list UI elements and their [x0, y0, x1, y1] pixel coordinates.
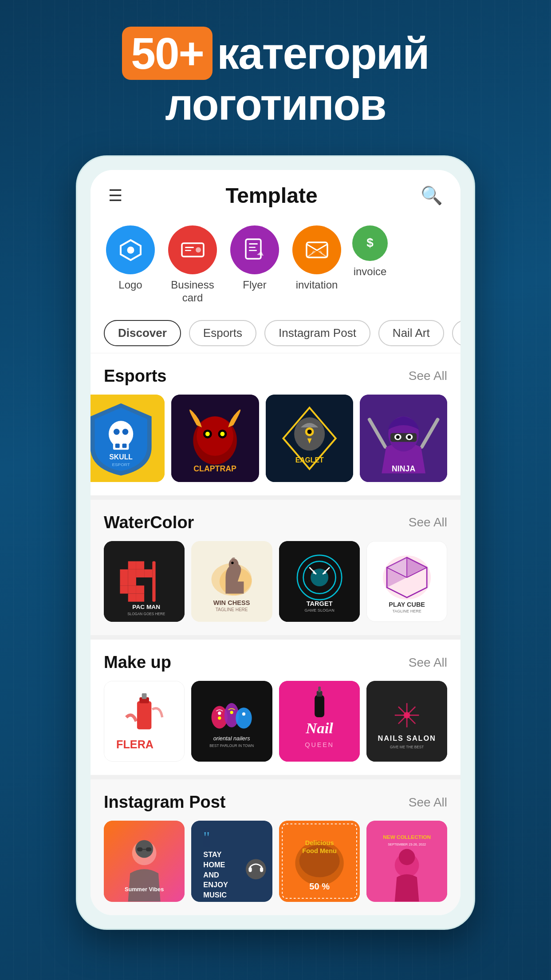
- mu-card-oriental[interactable]: oriental nailers BEST PARLOUR IN TOWN: [191, 681, 272, 762]
- app-header: ☰ Template 🔍: [91, 170, 460, 217]
- svg-text:FLERA: FLERA: [116, 739, 153, 751]
- instagram-see-all[interactable]: See All: [409, 795, 447, 810]
- wc-card-playcube[interactable]: PLAY CUBE TAGLINE HERE: [366, 541, 447, 622]
- ig-card-collection[interactable]: NEW COLLECTION SEPTEMBER 23-26, 2022: [366, 821, 447, 901]
- svg-rect-58: [136, 593, 144, 601]
- svg-rect-106: [315, 695, 324, 717]
- svg-rect-108: [318, 687, 320, 692]
- wc-card-target[interactable]: TARGET GAME SLOGAN: [279, 541, 360, 622]
- app-title: Template: [225, 183, 317, 208]
- esports-card-eaglet[interactable]: EAGLET: [266, 395, 353, 482]
- filter-instagram-post[interactable]: Instagram Post: [264, 320, 370, 346]
- makeup-section-header: Make up See All: [104, 653, 447, 672]
- category-invitation-icon: [292, 225, 341, 274]
- svg-point-99: [218, 711, 221, 715]
- filter-esports[interactable]: Esports: [189, 320, 256, 346]
- svg-text:Delicious: Delicious: [305, 839, 334, 846]
- instagram-section: Instagram Post See All: [91, 779, 460, 915]
- hero-section: 50+категорий логотипов: [0, 0, 551, 146]
- svg-rect-134: [249, 867, 252, 872]
- svg-rect-56: [136, 585, 144, 593]
- category-business-card[interactable]: Businesscard: [166, 225, 219, 304]
- svg-text:GAME SLOGAN: GAME SLOGAN: [304, 608, 334, 612]
- watercolor-section-header: WaterColor See All: [104, 513, 447, 532]
- svg-text:SKULL: SKULL: [109, 453, 133, 461]
- category-business-card-label: Businesscard: [171, 279, 214, 304]
- svg-text:Summer Vibes: Summer Vibes: [125, 886, 164, 893]
- svg-rect-50: [136, 569, 144, 577]
- hero-title: 50+категорий логотипов: [18, 27, 533, 129]
- svg-point-18: [122, 429, 129, 435]
- highlight-badge: 50+: [122, 27, 213, 80]
- svg-text:TAGLINE HERE: TAGLINE HERE: [392, 609, 421, 613]
- esports-card-claptrap[interactable]: CLAPTRAP: [171, 395, 259, 482]
- watercolor-see-all[interactable]: See All: [409, 515, 447, 530]
- svg-text:BEST PARLOUR IN TOWN: BEST PARLOUR IN TOWN: [209, 744, 254, 748]
- makeup-section: Make up See All: [91, 640, 460, 775]
- svg-text:Food Menu: Food Menu: [302, 847, 337, 854]
- divider-3: [91, 775, 460, 779]
- svg-rect-3: [185, 247, 194, 248]
- svg-text:TAGLINE HERE: TAGLINE HERE: [216, 607, 248, 612]
- svg-point-1: [127, 246, 134, 253]
- svg-text:CLAPTRAP: CLAPTRAP: [194, 464, 237, 473]
- menu-icon[interactable]: ☰: [108, 186, 122, 205]
- category-logo[interactable]: Logo: [104, 225, 157, 304]
- svg-text:NINJA: NINJA: [392, 464, 415, 473]
- filter-fashion[interactable]: Fashion: [452, 320, 460, 346]
- makeup-title: Make up: [104, 653, 171, 672]
- svg-rect-51: [144, 569, 152, 577]
- instagram-title: Instagram Post: [104, 793, 226, 812]
- divider-2: [91, 635, 460, 640]
- wc-card-pacman[interactable]: PAC MAN SLOGAN GOES HERE: [104, 541, 185, 622]
- svg-rect-47: [136, 561, 144, 569]
- svg-text:": ": [204, 829, 210, 846]
- esports-card-ninja[interactable]: NINJA: [360, 395, 447, 482]
- svg-point-98: [236, 707, 252, 728]
- mu-card-nailsalon[interactable]: NAILS SALON GIVE ME THE BEST: [366, 681, 447, 762]
- svg-text:ENJOY: ENJOY: [204, 881, 228, 889]
- category-invoice-icon: $: [352, 225, 388, 261]
- makeup-see-all[interactable]: See All: [409, 656, 447, 670]
- svg-rect-59: [152, 561, 155, 601]
- search-icon[interactable]: 🔍: [421, 185, 443, 206]
- category-invoice[interactable]: $ invoice: [352, 225, 388, 304]
- mu-card-flera[interactable]: FLERA: [104, 681, 185, 762]
- filter-discover[interactable]: Discover: [104, 320, 181, 346]
- svg-rect-123: [146, 847, 152, 851]
- ig-card-stayhome[interactable]: " STAY HOME AND ENJOY MUSIC: [191, 821, 272, 901]
- svg-point-23: [197, 416, 233, 456]
- esports-card-skull[interactable]: SKULL ESPORT: [91, 395, 165, 482]
- svg-point-102: [242, 712, 245, 715]
- svg-point-101: [230, 711, 233, 714]
- svg-point-147: [399, 849, 415, 865]
- svg-point-100: [218, 716, 221, 719]
- mu-card-nailqueen[interactable]: Nail QUEEN: [279, 681, 360, 762]
- category-flyer[interactable]: Flyer: [228, 225, 281, 304]
- categories-row: Logo Businesscard: [91, 217, 460, 313]
- category-logo-icon: [106, 225, 155, 274]
- svg-text:TARGET: TARGET: [306, 600, 332, 607]
- svg-rect-57: [128, 593, 136, 601]
- category-flyer-label: Flyer: [243, 279, 266, 292]
- makeup-grid: FLERA: [104, 681, 447, 762]
- category-flyer-icon: [230, 225, 279, 274]
- svg-point-27: [220, 431, 225, 436]
- category-logo-label: Logo: [118, 279, 142, 292]
- svg-rect-53: [128, 577, 136, 585]
- svg-text:STAY: STAY: [204, 850, 222, 858]
- watercolor-title: WaterColor: [104, 513, 194, 532]
- ig-card-food[interactable]: Delicious Food Menu 50 %: [279, 821, 360, 901]
- ig-card-summer[interactable]: Summer Vibes: [104, 821, 185, 901]
- svg-point-26: [205, 431, 210, 436]
- esports-section-header: Esports See All: [104, 367, 447, 386]
- svg-rect-122: [137, 847, 143, 851]
- filter-nail-art[interactable]: Nail Art: [378, 320, 444, 346]
- svg-text:NAILS SALON: NAILS SALON: [378, 734, 436, 742]
- phone-screen: ☰ Template 🔍 Logo: [91, 170, 460, 915]
- svg-rect-6: [246, 239, 261, 259]
- svg-point-66: [231, 561, 233, 564]
- esports-see-all[interactable]: See All: [409, 369, 447, 383]
- category-invitation[interactable]: invitation: [290, 225, 343, 304]
- wc-card-winchess[interactable]: WIN CHESS TAGLINE HERE: [191, 541, 272, 622]
